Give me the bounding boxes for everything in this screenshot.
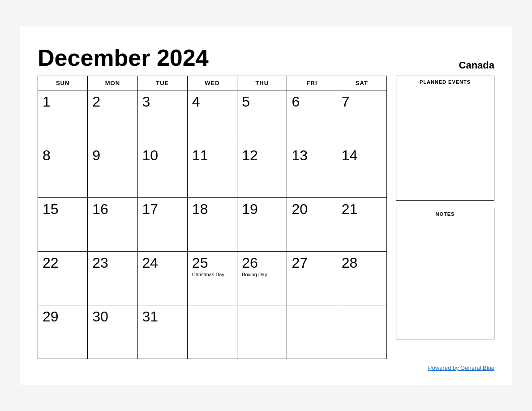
day-number: 9 xyxy=(92,148,133,163)
notes-box: NOTES xyxy=(396,208,494,339)
notes-body xyxy=(396,220,494,339)
day-number: 17 xyxy=(142,201,183,217)
col-wed: WED xyxy=(187,76,237,90)
table-row: 17 xyxy=(137,197,187,251)
table-row: 3 xyxy=(137,90,187,144)
table-row: 22 xyxy=(38,251,88,305)
sidebar: PLANNED EVENTS NOTES xyxy=(396,76,494,359)
col-tue: TUE xyxy=(137,76,187,90)
day-number: 6 xyxy=(292,94,332,110)
col-sat: SAT xyxy=(337,76,386,90)
table-row: 5 xyxy=(237,90,287,144)
table-row: 29 xyxy=(38,305,88,359)
col-fri: FRI xyxy=(287,76,337,90)
table-row: 14 xyxy=(337,144,386,197)
table-row: 12 xyxy=(237,144,287,197)
holiday-label: Boxing Day xyxy=(242,272,282,278)
page: December 2024 Canada SUN MON TUE WED THU… xyxy=(20,26,512,385)
day-number: 2 xyxy=(92,94,133,110)
table-row: 30 xyxy=(88,305,137,359)
table-row: 27 xyxy=(287,251,337,305)
notes-header: NOTES xyxy=(396,208,494,220)
table-row: 15 xyxy=(38,197,88,251)
table-row xyxy=(337,305,386,359)
day-number: 26 xyxy=(242,255,282,271)
table-row: 19 xyxy=(237,197,287,251)
table-row: 4 xyxy=(187,90,237,144)
day-number: 23 xyxy=(92,255,133,271)
day-number: 1 xyxy=(43,94,83,110)
planned-events-box: PLANNED EVENTS xyxy=(396,76,494,201)
day-number: 4 xyxy=(192,94,232,110)
day-number: 7 xyxy=(342,94,382,110)
holiday-label: Christmas Day xyxy=(192,272,232,278)
table-row: 20 xyxy=(287,197,337,251)
col-thu: THU xyxy=(237,76,287,90)
day-number: 31 xyxy=(142,309,183,325)
table-row: 26Boxing Day xyxy=(237,251,287,305)
calendar-grid: SUN MON TUE WED THU FRI SAT 123456789101… xyxy=(38,76,387,359)
day-number: 13 xyxy=(292,148,332,163)
table-row: 13 xyxy=(287,144,337,197)
calendar-section: SUN MON TUE WED THU FRI SAT 123456789101… xyxy=(38,76,387,359)
table-row: 25Christmas Day xyxy=(187,251,237,305)
day-number: 16 xyxy=(92,201,133,217)
table-row xyxy=(287,305,337,359)
table-row: 23 xyxy=(88,251,137,305)
table-row: 1 xyxy=(38,90,88,144)
table-row: 8 xyxy=(38,144,88,197)
table-row: 24 xyxy=(137,251,187,305)
day-number: 12 xyxy=(242,148,282,163)
calendar-header: SUN MON TUE WED THU FRI SAT xyxy=(38,76,387,90)
powered-by-link[interactable]: Powered by General Blue xyxy=(428,364,494,371)
day-number: 10 xyxy=(142,148,183,163)
main-content: SUN MON TUE WED THU FRI SAT 123456789101… xyxy=(38,76,494,359)
table-row: 31 xyxy=(137,305,187,359)
planned-events-body xyxy=(396,88,494,200)
day-number: 8 xyxy=(43,148,83,163)
table-row: 6 xyxy=(287,90,337,144)
day-number: 19 xyxy=(242,201,282,217)
table-row: 18 xyxy=(187,197,237,251)
day-number: 24 xyxy=(142,255,183,271)
day-number: 20 xyxy=(292,201,332,217)
country-label: Canada xyxy=(459,60,494,71)
day-number: 30 xyxy=(92,309,133,325)
day-number: 25 xyxy=(192,255,232,271)
planned-events-header: PLANNED EVENTS xyxy=(396,76,494,88)
table-row: 2 xyxy=(88,90,137,144)
day-number: 22 xyxy=(43,255,83,271)
day-number: 11 xyxy=(192,148,232,163)
table-row xyxy=(237,305,287,359)
day-number: 18 xyxy=(192,201,232,217)
day-number: 14 xyxy=(342,148,382,163)
day-number: 29 xyxy=(43,309,83,325)
col-sun: SUN xyxy=(38,76,88,90)
day-number: 5 xyxy=(242,94,282,110)
table-row: 9 xyxy=(88,144,137,197)
header: December 2024 Canada xyxy=(38,44,494,71)
table-row: 21 xyxy=(337,197,386,251)
col-mon: MON xyxy=(88,76,137,90)
day-number: 21 xyxy=(342,201,382,217)
day-number: 3 xyxy=(142,94,183,110)
table-row: 28 xyxy=(337,251,386,305)
table-row: 16 xyxy=(88,197,137,251)
calendar-body: 1234567891011121314151617181920212223242… xyxy=(38,90,387,359)
table-row: 7 xyxy=(337,90,386,144)
day-number: 27 xyxy=(292,255,332,271)
day-number: 15 xyxy=(43,201,83,217)
day-number: 28 xyxy=(342,255,382,271)
table-row: 10 xyxy=(137,144,187,197)
footer: Powered by General Blue xyxy=(38,364,494,372)
table-row: 11 xyxy=(187,144,237,197)
table-row xyxy=(187,305,237,359)
month-title: December 2024 xyxy=(38,44,209,71)
